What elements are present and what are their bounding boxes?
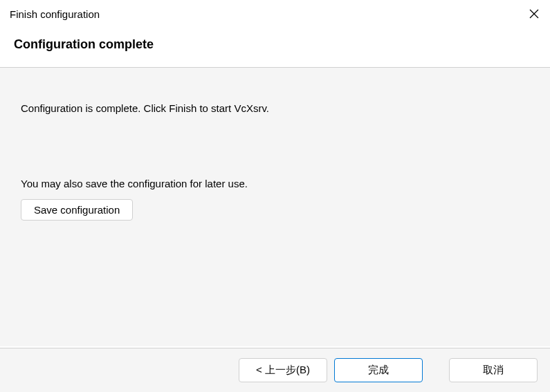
finish-button[interactable]: 完成 (334, 358, 423, 382)
close-icon (529, 9, 539, 19)
page-title: Configuration complete (14, 37, 536, 52)
header-area: Configuration complete (0, 28, 550, 68)
instruction-text-2: You may also save the configuration for … (21, 176, 529, 191)
close-button[interactable] (518, 0, 550, 28)
save-configuration-button[interactable]: Save configuration (21, 199, 133, 221)
titlebar: Finish configuration (0, 0, 550, 28)
cancel-button[interactable]: 取消 (449, 358, 538, 382)
window-title: Finish configuration (10, 8, 100, 20)
back-button[interactable]: < 上一步(B) (239, 358, 327, 382)
instruction-text-1: Configuration is complete. Click Finish … (21, 101, 529, 115)
content-area: Configuration is complete. Click Finish … (0, 68, 550, 346)
footer-area: < 上一步(B) 完成 取消 (0, 348, 550, 392)
